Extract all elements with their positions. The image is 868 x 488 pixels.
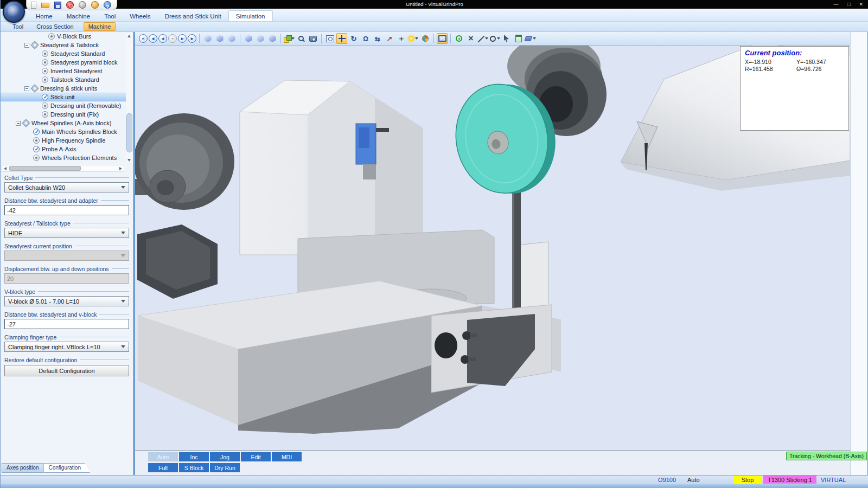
tree-item-steadyrest-tailstock[interactable]: Steadyrest & Tailstock [1, 41, 125, 49]
record-icon[interactable] [66, 1, 74, 9]
tree-item-main-wheels-spindles-block[interactable]: Main Wheels Spindles Block [1, 127, 125, 136]
vblock-type-select[interactable]: V-block Ø 5.01 - 7.00 L=10 [4, 296, 129, 306]
tree-item-dressing-stick-units[interactable]: Dressing & stick units [1, 84, 125, 93]
tab-simulation[interactable]: Simulation [228, 10, 273, 21]
tree-item-dressing-unit-fix[interactable]: Dressing unit (Fix) [1, 110, 125, 119]
rewind-button[interactable] [149, 33, 157, 44]
clamping-finger-select[interactable]: Clamping finger right. VBlock L=10 [4, 342, 129, 352]
circle-icon[interactable] [489, 33, 500, 44]
subtab-cross-section[interactable]: Cross Section [33, 23, 76, 30]
tree-item-label: Dressing unit (Fix) [50, 111, 99, 118]
tree-item-label: Tailstock Standard [50, 76, 99, 83]
view-cube-top-icon[interactable] [226, 33, 237, 44]
form-group-collet-type: Collet Type Collet Schaublin W20 [4, 174, 129, 192]
tree-item-steadyrest-pyramid-block[interactable]: Steadyrest pyramid block [1, 58, 125, 67]
tree-item-wheels-protection-elements[interactable]: Wheels Protection Elements [1, 153, 125, 162]
view-cube-right-icon[interactable] [255, 33, 266, 44]
mode-button-mdi[interactable]: MDI [272, 452, 302, 461]
app-logo[interactable] [3, 1, 25, 23]
tree-item-stick-unit[interactable]: Stick unit [1, 93, 126, 101]
distance-vblock-input[interactable] [4, 319, 129, 329]
tab-wheels[interactable]: Wheels [123, 11, 157, 21]
tab-dress-and-stick-unit[interactable]: Dress and Stick Unit [158, 11, 228, 21]
display-mode-icon[interactable] [284, 33, 295, 44]
mode-button-edit[interactable]: Edit [241, 452, 271, 461]
zoom-icon[interactable] [296, 33, 307, 44]
collapse-icon[interactable] [24, 86, 29, 91]
toolbar-separator [433, 34, 434, 43]
step-back-button[interactable] [158, 33, 167, 44]
target-icon[interactable] [454, 33, 464, 44]
machine-mode-bar: Auto Inc Jog Edit MDI Full S Block Dry R… [135, 451, 850, 475]
globe-icon[interactable] [79, 1, 86, 9]
tree-item-high-frequency-spindle[interactable]: High Frequency Spindle [1, 136, 125, 145]
eraser-icon[interactable] [525, 33, 536, 44]
subtab-tool[interactable]: Tool [9, 23, 27, 30]
subtab-machine[interactable]: Machine [84, 22, 116, 31]
collet-type-select[interactable]: Collet Schaublin W20 [4, 182, 129, 192]
calculator-icon[interactable] [513, 33, 524, 44]
screenshot-camera-icon[interactable] [308, 33, 318, 44]
tab-configuration[interactable]: Configuration [43, 463, 90, 473]
tree-item-tailstock-standard[interactable]: Tailstock Standard [1, 75, 125, 84]
line-icon[interactable] [477, 33, 488, 44]
pan-icon[interactable] [336, 33, 347, 44]
steadyrest-type-select[interactable]: HIDE [4, 228, 129, 238]
cut-x-icon[interactable] [465, 33, 476, 44]
scrollbar-thumb[interactable] [126, 113, 132, 152]
rotate-horizontal-icon[interactable] [372, 33, 383, 44]
machine-3d-canvas[interactable]: Current position: X=-18.910 Y=-160.347 R… [135, 46, 850, 451]
tree-item-label: Inverted Steadyrest [50, 68, 102, 74]
form-group-restore-default: Restore default configuration Default Co… [4, 356, 129, 376]
crosshair-icon[interactable] [396, 33, 407, 44]
tree-horizontal-scrollbar[interactable] [2, 165, 124, 172]
tab-home[interactable]: Home [29, 11, 60, 21]
scrollbar-thumb[interactable] [9, 166, 81, 171]
mode-button-s-block[interactable]: S Block [179, 463, 209, 472]
view-cube-left-icon[interactable] [243, 33, 254, 44]
view-cube-iso-icon[interactable] [202, 33, 213, 44]
light-icon[interactable] [408, 33, 419, 44]
tab-axes-position[interactable]: Axes position [2, 463, 43, 473]
collapse-icon[interactable] [16, 121, 21, 126]
collapse-icon[interactable] [24, 43, 29, 48]
play-button[interactable] [188, 33, 196, 44]
save-icon[interactable] [54, 2, 61, 9]
skip-start-button[interactable] [139, 33, 148, 44]
tree-item-wheel-spindles[interactable]: Wheel Spindles (A-Axis block) [1, 119, 125, 127]
tab-tool[interactable]: Tool [97, 11, 123, 21]
help-icon[interactable] [104, 1, 111, 9]
rotate-icon[interactable] [348, 33, 359, 44]
measure-vector-icon[interactable] [384, 33, 395, 44]
view-cube-front-icon[interactable] [214, 33, 225, 44]
mode-button-jog[interactable]: Jog [210, 452, 240, 461]
step-forward-button[interactable] [178, 33, 187, 44]
tree-item-inverted-steadyrest[interactable]: Inverted Steadyrest [1, 67, 125, 75]
tree-item-steadyrest-standard[interactable]: Steadyrest Standard [1, 49, 125, 58]
maximize-icon[interactable] [847, 2, 850, 7]
open-folder-icon[interactable] [41, 3, 49, 8]
mode-button-full[interactable]: Full [148, 463, 178, 472]
close-icon[interactable] [859, 2, 863, 7]
default-configuration-button[interactable]: Default Configuration [4, 365, 129, 376]
new-document-icon[interactable] [31, 2, 36, 9]
mode-button-inc[interactable]: Inc [179, 452, 209, 461]
tree-item-label: V-Block Burs [57, 33, 91, 40]
monitor-icon[interactable] [437, 33, 448, 44]
minimize-icon[interactable] [833, 2, 838, 7]
rotate-omega-icon[interactable] [360, 33, 371, 44]
tab-machine[interactable]: Machine [60, 11, 97, 21]
pointer-icon[interactable] [501, 33, 512, 44]
mode-button-auto[interactable]: Auto [148, 452, 178, 461]
tree-item-probe-a-axis[interactable]: Probe A-Axis [1, 145, 125, 153]
material-wheel-icon[interactable] [420, 33, 431, 44]
zoom-window-icon[interactable] [324, 33, 335, 44]
tree-item-v-block-burs[interactable]: V-Block Burs [1, 32, 125, 41]
tree-vertical-scrollbar[interactable] [126, 33, 133, 163]
gold-coin-icon[interactable] [91, 1, 99, 9]
tree-item-dressing-unit-removable[interactable]: Dressing unit (Removable) [1, 101, 125, 110]
distance-adapter-input[interactable] [4, 205, 129, 215]
current-position-box: Current position: X=-18.910 Y=-160.347 R… [740, 46, 849, 131]
view-cube-bottom-icon[interactable] [267, 33, 278, 44]
mode-button-dry-run[interactable]: Dry Run [210, 463, 240, 472]
